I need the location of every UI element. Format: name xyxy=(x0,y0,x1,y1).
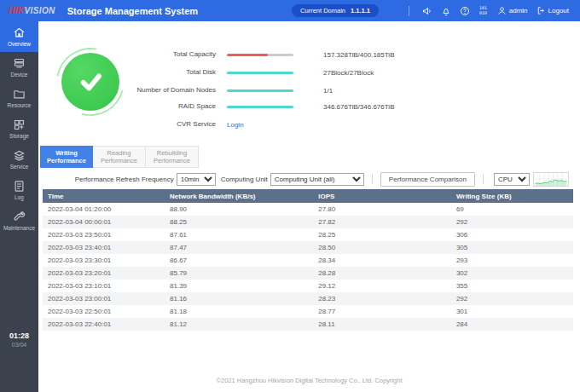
sidebar-item-maintenance[interactable]: Maintenance xyxy=(0,205,38,236)
logout-icon xyxy=(536,6,546,15)
computing-unit-select[interactable]: Computing Unit (all) xyxy=(270,173,364,186)
table-row: 2022-03-03 23:10:0181.3929.12355 xyxy=(43,280,573,292)
sidebar-item-device[interactable]: Device xyxy=(0,52,38,83)
sidebar-clock: 01:28 03/04 xyxy=(0,331,38,348)
table-cell: 28.23 xyxy=(313,292,451,305)
table-cell: 69 xyxy=(451,203,573,216)
table-cell: 28.25 xyxy=(313,228,451,241)
header-actions: 101010 admin Logout xyxy=(400,0,573,21)
table-cell: 306 xyxy=(451,228,573,241)
svg-text:010: 010 xyxy=(479,10,487,15)
table-cell: 2022-03-03 23:50:01 xyxy=(43,228,165,241)
main-content: Total Capacity 157.328TiB/400.185TiB Tot… xyxy=(38,21,580,392)
announcement-icon[interactable] xyxy=(418,0,437,21)
table-row: 2022-03-03 22:50:0181.1828.77301 xyxy=(43,305,573,318)
table-row: 2022-03-03 23:50:0187.6128.25306 xyxy=(43,228,573,241)
table-cell: 88.25 xyxy=(165,216,313,228)
table-cell: 2022-03-03 23:00:01 xyxy=(43,292,165,305)
tab-rebuilding-performance[interactable]: Rebuilding Performance xyxy=(146,146,199,168)
help-icon[interactable] xyxy=(455,0,474,21)
clock-time: 01:28 xyxy=(0,331,38,340)
raid-usage-bar xyxy=(227,106,293,108)
table-cell: 87.61 xyxy=(165,228,313,241)
top-bar: HIKVISION Storage Management System Curr… xyxy=(0,0,580,21)
tab-reading-performance[interactable]: Reading Performance xyxy=(93,146,146,168)
metric-select[interactable]: CPU xyxy=(494,173,530,186)
capacity-usage-bar xyxy=(227,54,293,56)
sidebar-item-label: Service xyxy=(10,164,29,170)
table-cell: 2022-03-03 23:30:01 xyxy=(43,254,165,267)
user-icon xyxy=(497,6,507,15)
logout-button[interactable]: Logout xyxy=(532,0,573,21)
sidebar-item-resource[interactable]: Resource xyxy=(0,83,38,113)
operation-log-icon[interactable]: 101010 xyxy=(474,0,493,21)
table-header-row: TimeNetwork Bandwidth (KB/s)IOPSWriting … xyxy=(43,189,573,203)
page-title: Storage Management System xyxy=(67,6,198,16)
table-cell: 85.79 xyxy=(165,267,313,280)
table-cell: 305 xyxy=(451,241,573,254)
user-menu[interactable]: admin xyxy=(493,0,532,21)
stat-label: Total Capacity xyxy=(134,50,216,59)
table-column-header: Network Bandwidth (KB/s) xyxy=(165,189,313,203)
table-cell: 81.16 xyxy=(165,292,313,305)
table-row: 2022-03-03 23:20:0185.7928.28302 xyxy=(43,267,573,280)
logo-vision: VISION xyxy=(24,6,55,15)
stat-label: Number of Domain Nodes xyxy=(134,86,216,95)
health-status-ok-icon xyxy=(61,53,119,111)
stat-value: 346.676TiB/346.676TiB xyxy=(323,103,394,111)
storage-management-app: HIKVISION Storage Management System Curr… xyxy=(0,0,580,392)
table-cell: 27.82 xyxy=(313,216,451,228)
performance-tabs: Writing Performance Reading Performance … xyxy=(40,146,199,168)
table-column-header: IOPS xyxy=(313,189,451,203)
performance-controls: Performance Refresh Frequency 10min Comp… xyxy=(38,171,580,187)
stat-value: 27Block/27Block xyxy=(323,69,374,77)
table-cell: 302 xyxy=(451,267,573,280)
sidebar-item-log[interactable]: Log xyxy=(0,175,38,205)
table-cell: 2022-03-03 22:50:01 xyxy=(43,305,165,318)
table-cell: 87.47 xyxy=(165,241,313,254)
table-cell: 355 xyxy=(451,280,573,292)
table-row: 2022-03-03 23:40:0187.4728.50305 xyxy=(43,241,573,254)
table-cell: 86.67 xyxy=(165,254,313,267)
table-cell: 28.11 xyxy=(313,318,451,331)
table-cell: 2022-03-03 23:40:01 xyxy=(43,241,165,254)
home-icon xyxy=(13,26,26,39)
table-cell: 292 xyxy=(451,292,573,305)
table-cell: 2022-03-03 23:10:01 xyxy=(43,280,165,292)
sidebar-item-storage[interactable]: Storage xyxy=(0,113,38,144)
refresh-frequency-select[interactable]: 10min xyxy=(177,173,216,186)
layers-icon xyxy=(13,149,26,162)
current-domain-pill[interactable]: Current Domain 1.1.1.1 xyxy=(292,4,379,17)
table-cell: 2022-03-04 01:20:00 xyxy=(43,203,165,216)
performance-comparison-button[interactable]: Performance Comparison xyxy=(380,172,475,187)
stat-cvr-service: CVR Service Login xyxy=(134,120,394,129)
stat-label: RAID Space xyxy=(134,102,216,111)
table-cell: 293 xyxy=(451,254,573,267)
table-row: 2022-03-03 23:00:0181.1628.23292 xyxy=(43,292,573,305)
computing-unit-label: Computing Unit xyxy=(221,176,268,183)
stat-value: 157.328TiB/400.185TiB xyxy=(323,51,394,59)
table-cell: 284 xyxy=(451,318,573,331)
tab-writing-performance[interactable]: Writing Performance xyxy=(40,146,93,168)
server-icon xyxy=(13,57,26,70)
table-cell: 28.77 xyxy=(313,305,451,318)
domain-value: 1.1.1.1 xyxy=(351,7,370,14)
clock-date: 03/04 xyxy=(0,342,38,348)
table-cell: 28.50 xyxy=(313,241,451,254)
table-row: 2022-03-03 22:40:0181.1228.11284 xyxy=(43,318,573,331)
log-document-icon xyxy=(13,180,26,193)
refresh-frequency-label: Performance Refresh Frequency xyxy=(75,176,174,183)
domain-label: Current Domain xyxy=(300,7,345,14)
sidebar-item-label: Log xyxy=(14,194,24,200)
folder-icon xyxy=(13,88,26,101)
storage-blocks-icon xyxy=(13,118,26,131)
table-cell: 81.39 xyxy=(165,280,313,292)
sidebar-item-service[interactable]: Service xyxy=(0,144,38,175)
notification-bell-icon[interactable] xyxy=(437,0,455,21)
sidebar-item-label: Resource xyxy=(8,102,32,108)
table-cell: 27.80 xyxy=(313,203,451,216)
sidebar-item-overview[interactable]: Overview xyxy=(0,21,38,52)
controls-divider xyxy=(483,174,484,184)
cvr-login-link[interactable]: Login xyxy=(227,121,244,129)
nodes-bar xyxy=(227,89,293,92)
